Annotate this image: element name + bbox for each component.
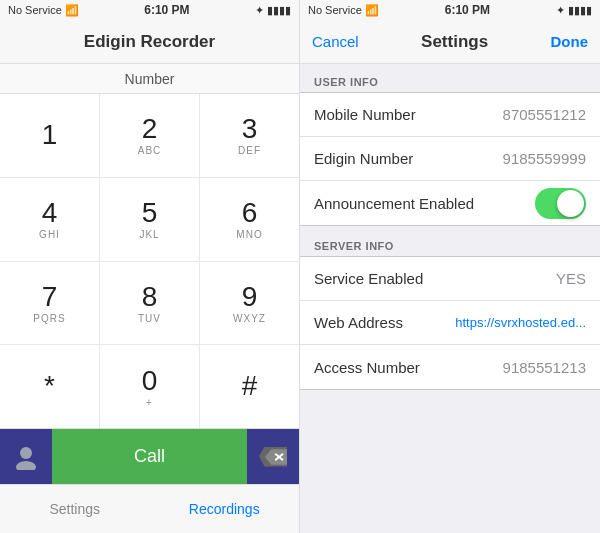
service-enabled-row: Service Enabled YES bbox=[300, 257, 600, 301]
web-address-label: Web Address bbox=[314, 314, 403, 331]
dial-letters-2: ABC bbox=[138, 145, 162, 156]
bluetooth-icon-left: ✦ bbox=[255, 4, 264, 17]
dial-key-1[interactable]: 1 bbox=[0, 94, 99, 177]
dial-key-2[interactable]: 2 ABC bbox=[100, 94, 199, 177]
dialpad-grid: 1 2 ABC 3 DEF 4 GHI 5 JKL 6 MNO 7 PQRS 8 bbox=[0, 94, 299, 428]
dial-key-9[interactable]: 9 WXYZ bbox=[200, 262, 299, 345]
time-right: 6:10 PM bbox=[445, 3, 490, 17]
dial-num-5: 5 bbox=[142, 198, 158, 229]
dial-num-3: 3 bbox=[242, 114, 258, 145]
edigin-number-value: 9185559999 bbox=[503, 150, 586, 167]
svg-marker-2 bbox=[265, 449, 287, 465]
server-info-header: SERVER INFO bbox=[300, 228, 600, 256]
dial-letters-7: PQRS bbox=[33, 313, 65, 324]
status-right-right-group: ✦ ▮▮▮▮ bbox=[556, 4, 592, 17]
settings-content: USER INFO Mobile Number 8705551212 Edigi… bbox=[300, 64, 600, 533]
mobile-number-label: Mobile Number bbox=[314, 106, 416, 123]
status-right-left-group: No Service 📶 bbox=[308, 4, 379, 17]
access-number-label: Access Number bbox=[314, 359, 420, 376]
wifi-icon-right: 📶 bbox=[365, 4, 379, 17]
dial-key-6[interactable]: 6 MNO bbox=[200, 178, 299, 261]
status-bar-right: No Service 📶 6:10 PM ✦ ▮▮▮▮ bbox=[300, 0, 600, 20]
user-info-group: Mobile Number 8705551212 Edigin Number 9… bbox=[300, 92, 600, 226]
dial-letters-3: DEF bbox=[238, 145, 261, 156]
mobile-number-value: 8705551212 bbox=[503, 106, 586, 123]
service-enabled-value: YES bbox=[556, 270, 586, 287]
dial-num-4: 4 bbox=[42, 198, 58, 229]
settings-title: Settings bbox=[421, 32, 488, 52]
contacts-icon bbox=[13, 444, 39, 470]
dial-letters-8: TUV bbox=[138, 313, 161, 324]
server-info-group: Service Enabled YES Web Address https://… bbox=[300, 256, 600, 390]
call-bar: Call bbox=[0, 428, 299, 484]
call-label: Call bbox=[134, 446, 165, 467]
battery-icon-right: ▮▮▮▮ bbox=[568, 4, 592, 17]
announcement-toggle[interactable] bbox=[535, 188, 586, 219]
delete-button[interactable] bbox=[247, 429, 299, 485]
app-title-bar: Edigin Recorder bbox=[0, 20, 299, 64]
service-enabled-label: Service Enabled bbox=[314, 270, 423, 287]
announcement-enabled-row: Announcement Enabled bbox=[300, 181, 600, 225]
tab-recordings[interactable]: Recordings bbox=[150, 485, 300, 533]
dial-letters-4: GHI bbox=[39, 229, 60, 240]
no-service-label-right: No Service bbox=[308, 4, 362, 16]
dial-key-0[interactable]: 0 + bbox=[100, 345, 199, 428]
dial-num-6: 6 bbox=[242, 198, 258, 229]
status-right-group: ✦ ▮▮▮▮ bbox=[255, 4, 291, 17]
edigin-number-row: Edigin Number 9185559999 bbox=[300, 137, 600, 181]
dial-key-star[interactable]: * bbox=[0, 345, 99, 428]
svg-point-0 bbox=[20, 447, 32, 459]
status-bar-left: No Service 📶 6:10 PM ✦ ▮▮▮▮ bbox=[0, 0, 299, 20]
dial-num-2: 2 bbox=[142, 114, 158, 145]
number-label: Number bbox=[0, 64, 299, 94]
dial-num-9: 9 bbox=[242, 282, 258, 313]
user-info-header: USER INFO bbox=[300, 64, 600, 92]
toggle-knob bbox=[557, 190, 584, 217]
dial-key-4[interactable]: 4 GHI bbox=[0, 178, 99, 261]
dial-key-8[interactable]: 8 TUV bbox=[100, 262, 199, 345]
call-button[interactable]: Call bbox=[52, 429, 247, 485]
dial-num-star: * bbox=[44, 371, 55, 402]
dial-key-5[interactable]: 5 JKL bbox=[100, 178, 199, 261]
announcement-enabled-label: Announcement Enabled bbox=[314, 195, 474, 212]
tab-settings-left[interactable]: Settings bbox=[0, 485, 150, 533]
bottom-tabs-left: Settings Recordings bbox=[0, 484, 299, 533]
svg-point-1 bbox=[16, 461, 36, 470]
dial-num-hash: # bbox=[242, 371, 258, 402]
web-address-row: Web Address https://svrxhosted.ed... bbox=[300, 301, 600, 345]
dial-key-3[interactable]: 3 DEF bbox=[200, 94, 299, 177]
access-number-value: 9185551213 bbox=[503, 359, 586, 376]
dial-key-hash[interactable]: # bbox=[200, 345, 299, 428]
dial-letters-9: WXYZ bbox=[233, 313, 266, 324]
battery-icon-left: ▮▮▮▮ bbox=[267, 4, 291, 17]
cancel-button[interactable]: Cancel bbox=[312, 33, 359, 50]
app-title-text: Edigin Recorder bbox=[84, 32, 215, 52]
dial-num-0: 0 bbox=[142, 366, 158, 397]
web-address-value: https://svrxhosted.ed... bbox=[455, 315, 586, 330]
status-left-group: No Service 📶 bbox=[8, 4, 79, 17]
dial-key-7[interactable]: 7 PQRS bbox=[0, 262, 99, 345]
access-number-row: Access Number 9185551213 bbox=[300, 345, 600, 389]
settings-panel: No Service 📶 6:10 PM ✦ ▮▮▮▮ Cancel Setti… bbox=[300, 0, 600, 533]
dial-num-1: 1 bbox=[42, 120, 58, 151]
dialer-panel: No Service 📶 6:10 PM ✦ ▮▮▮▮ Edigin Recor… bbox=[0, 0, 300, 533]
settings-nav-bar: Cancel Settings Done bbox=[300, 20, 600, 64]
backspace-icon bbox=[265, 447, 287, 467]
dial-num-8: 8 bbox=[142, 282, 158, 313]
bluetooth-icon-right: ✦ bbox=[556, 4, 565, 17]
dial-letters-5: JKL bbox=[139, 229, 159, 240]
wifi-icon-left: 📶 bbox=[65, 4, 79, 17]
no-service-label-left: No Service bbox=[8, 4, 62, 16]
dial-letters-0: + bbox=[146, 397, 153, 408]
dial-letters-6: MNO bbox=[236, 229, 262, 240]
edigin-number-label: Edigin Number bbox=[314, 150, 413, 167]
mobile-number-row: Mobile Number 8705551212 bbox=[300, 93, 600, 137]
delete-icon bbox=[259, 447, 287, 467]
dial-num-7: 7 bbox=[42, 282, 58, 313]
contacts-button[interactable] bbox=[0, 429, 52, 485]
time-left: 6:10 PM bbox=[144, 3, 189, 17]
done-button[interactable]: Done bbox=[550, 33, 588, 50]
